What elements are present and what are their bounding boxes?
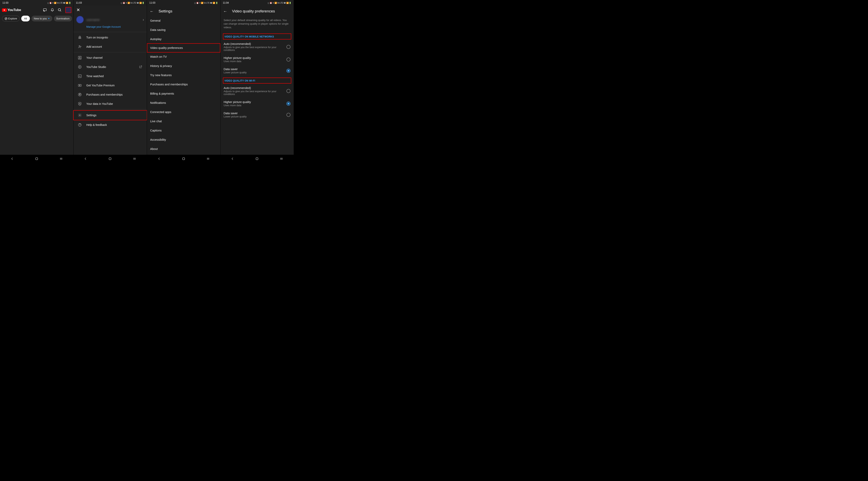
option-title: Higher picture quality bbox=[224, 56, 284, 60]
menu-your-data[interactable]: Your data in YouTube bbox=[73, 99, 147, 108]
filter-chip-row[interactable]: Explore All New to you ✦ Survivalism Ru bbox=[0, 14, 73, 23]
section-mobile-header: VIDEO QUALITY ON MOBILE NETWORKS bbox=[224, 35, 274, 38]
chip-all[interactable]: All bbox=[21, 15, 30, 22]
back-arrow-icon[interactable]: ← bbox=[223, 9, 227, 13]
menu-studio[interactable]: YouTube Studio bbox=[73, 62, 147, 71]
radio-button[interactable] bbox=[286, 113, 290, 117]
nav-home-icon[interactable] bbox=[182, 157, 186, 161]
bell-icon[interactable] bbox=[51, 8, 54, 12]
nav-back-icon[interactable] bbox=[157, 157, 161, 161]
option-title: Auto (recommended) bbox=[224, 86, 284, 90]
nav-home-icon[interactable] bbox=[255, 157, 259, 161]
vqp-description: Select your default streaming quality fo… bbox=[220, 16, 294, 33]
studio-icon bbox=[78, 65, 82, 69]
menu-label: Get YouTube Premium bbox=[86, 84, 115, 87]
settings-history[interactable]: History & privacy bbox=[147, 61, 220, 70]
option-title: Auto (recommended) bbox=[224, 42, 284, 45]
gear-icon bbox=[78, 113, 82, 118]
svg-rect-36 bbox=[256, 158, 258, 160]
settings-live-chat[interactable]: Live chat bbox=[147, 117, 220, 126]
menu-time-watched[interactable]: Time watched bbox=[73, 71, 147, 81]
svg-point-12 bbox=[79, 45, 80, 46]
nav-back-icon[interactable] bbox=[230, 157, 235, 161]
settings-accessibility[interactable]: Accessibility bbox=[147, 135, 220, 144]
radio-button[interactable] bbox=[286, 58, 290, 62]
mobile-auto-row[interactable]: Auto (recommended) Adjusts to give you t… bbox=[220, 40, 294, 54]
close-icon[interactable]: ✕ bbox=[76, 7, 80, 12]
radio-button[interactable] bbox=[286, 89, 290, 93]
youtube-header: YouTube bbox=[0, 6, 73, 14]
nav-back-icon[interactable] bbox=[10, 157, 14, 161]
menu-help[interactable]: Help & feedback bbox=[73, 120, 147, 129]
svg-rect-13 bbox=[78, 56, 81, 59]
settings-captions[interactable]: Captions bbox=[147, 126, 220, 135]
settings-video-quality-preferences[interactable]: Video quality preferences bbox=[147, 43, 220, 53]
mobile-higher-row[interactable]: Higher picture quality Uses more data bbox=[220, 54, 294, 66]
menu-header: ✕ bbox=[73, 6, 147, 14]
nav-home-icon[interactable] bbox=[108, 157, 112, 161]
settings-notifications[interactable]: Notifications bbox=[147, 98, 220, 107]
chip-explore[interactable]: Explore bbox=[2, 15, 20, 22]
compass-icon bbox=[5, 17, 7, 20]
menu-premium[interactable]: Get YouTube Premium bbox=[73, 81, 147, 90]
system-nav-bar bbox=[73, 155, 147, 163]
account-row[interactable]: username › bbox=[73, 14, 147, 24]
status-bar: 11:03 ◻ ⏰ ✕ 📶 Vo LTE ☎ 📶 🔋 bbox=[147, 0, 220, 6]
radio-button-selected[interactable] bbox=[286, 69, 290, 73]
youtube-play-icon bbox=[2, 8, 7, 12]
option-title: Data saver bbox=[224, 111, 284, 115]
section-wifi-header-highlight: VIDEO QUALITY ON WI-FI bbox=[223, 77, 291, 84]
wifi-saver-row[interactable]: Data saver Lower picture quality bbox=[220, 109, 294, 121]
mobile-saver-row[interactable]: Data saver Lower picture quality bbox=[220, 66, 294, 77]
vqp-title: Video quality preferences bbox=[232, 9, 275, 13]
menu-settings[interactable]: Settings bbox=[73, 110, 147, 120]
nav-home-icon[interactable] bbox=[35, 157, 39, 161]
settings-data-saving[interactable]: Data saving bbox=[147, 25, 220, 34]
menu-add-account[interactable]: Add account bbox=[73, 42, 147, 51]
menu-purchases[interactable]: Purchases and memberships bbox=[73, 90, 147, 99]
settings-general[interactable]: General bbox=[147, 16, 220, 25]
status-bar: 11:03 ◻ ⏰ ✕ 📶 Vo LTE ☎ 📶 🔋 bbox=[0, 0, 73, 6]
nav-recents-icon[interactable] bbox=[206, 157, 210, 161]
divider bbox=[73, 109, 147, 109]
menu-your-channel[interactable]: Your channel bbox=[73, 53, 147, 62]
youtube-logo[interactable]: YouTube bbox=[2, 8, 21, 12]
screen-video-quality-preferences: 11:04 ◻ ⏰ ✕ 📶 Vo LTE ☎ 📶 🔋 ← Video quali… bbox=[220, 0, 294, 163]
chart-icon bbox=[78, 74, 82, 78]
settings-connected[interactable]: Connected apps bbox=[147, 107, 220, 117]
nav-back-icon[interactable] bbox=[84, 157, 88, 161]
header-icons bbox=[43, 7, 71, 13]
nav-recents-icon[interactable] bbox=[132, 157, 136, 161]
wifi-auto-row[interactable]: Auto (recommended) Adjusts to give you t… bbox=[220, 84, 294, 98]
person-plus-icon bbox=[78, 44, 82, 49]
option-subtitle: Lower picture quality bbox=[224, 71, 284, 74]
menu-label: Your data in YouTube bbox=[86, 102, 113, 105]
settings-billing[interactable]: Billing & payments bbox=[147, 89, 220, 98]
chip-new[interactable]: New to you ✦ bbox=[31, 15, 52, 22]
option-title: Higher picture quality bbox=[224, 100, 284, 104]
settings-autoplay[interactable]: Autoplay bbox=[147, 34, 220, 44]
svg-point-10 bbox=[80, 38, 81, 39]
avatar-button[interactable] bbox=[65, 7, 71, 13]
radio-button[interactable] bbox=[286, 45, 290, 49]
chip-survivalism[interactable]: Survivalism bbox=[54, 15, 72, 22]
settings-purchases[interactable]: Purchases and memberships bbox=[147, 80, 220, 89]
menu-incognito[interactable]: Turn on Incognito bbox=[73, 33, 147, 42]
search-icon[interactable] bbox=[58, 8, 62, 12]
nav-recents-icon[interactable] bbox=[59, 157, 63, 161]
settings-watch-tv[interactable]: Watch on TV bbox=[147, 52, 220, 61]
back-arrow-icon[interactable]: ← bbox=[150, 9, 154, 13]
status-bar: 11:03 ◻ ⏰ ✕ 📶 Vo LTE ☎ 📶 🔋 bbox=[73, 0, 147, 6]
menu-label: Purchases and memberships bbox=[86, 93, 123, 96]
radio-button-selected[interactable] bbox=[286, 102, 290, 106]
settings-about[interactable]: About bbox=[147, 144, 220, 154]
cast-icon[interactable] bbox=[43, 8, 47, 12]
status-icons: ◻ ⏰ ✕ 📶 Vo LTE ☎ 📶 🔋 bbox=[121, 2, 144, 4]
screen-settings: 11:03 ◻ ⏰ ✕ 📶 Vo LTE ☎ 📶 🔋 ← Settings Ge… bbox=[147, 0, 220, 163]
settings-try-new[interactable]: Try new features bbox=[147, 70, 220, 80]
nav-recents-icon[interactable] bbox=[279, 157, 283, 161]
manage-account-link[interactable]: Manage your Google Account bbox=[73, 24, 147, 31]
wifi-higher-row[interactable]: Higher picture quality Uses more data bbox=[220, 98, 294, 109]
status-icons: ◻ ⏰ ✕ 📶 Vo LTE ☎ 📶 🔋 bbox=[47, 2, 71, 4]
option-title: Data saver bbox=[224, 68, 284, 71]
